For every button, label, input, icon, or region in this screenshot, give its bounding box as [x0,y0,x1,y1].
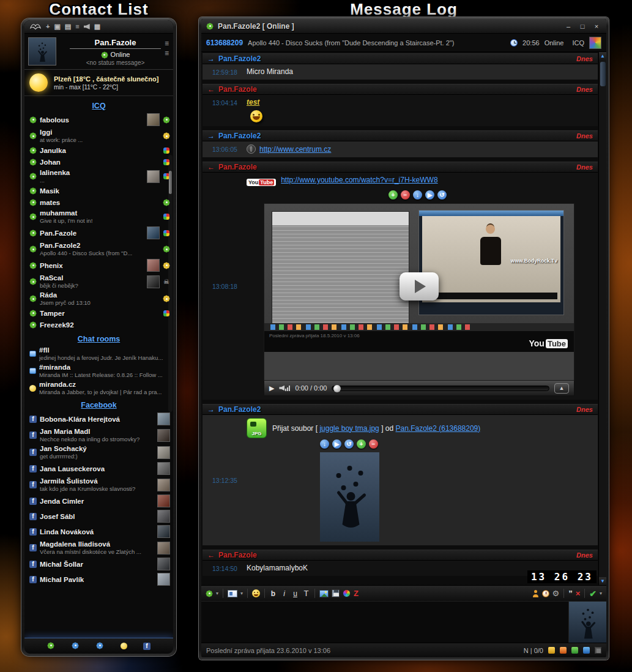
contact-row[interactable]: f Josef Sábl [24,509,173,524]
download-icon[interactable]: ↓ [320,439,329,449]
contact-row[interactable]: Ráda Jsem pryč od 13:10 [24,290,173,307]
bold-button[interactable]: b [269,589,277,598]
own-avatar[interactable] [568,602,606,643]
contact-details-icon[interactable] [228,590,237,597]
seek-knob[interactable] [333,385,341,392]
contact-row[interactable]: f Jenda Cimler [24,493,173,509]
youtube-button[interactable]: YouTube [247,179,276,186]
contact-row[interactable]: f Jana Lauseckerova [24,461,173,476]
reload-icon[interactable]: ↺ [344,439,354,449]
user-details-icon[interactable] [532,590,539,597]
contact-row[interactable]: Pan.Fazole2 Apollo 440 - Disco Sucks (fr… [24,241,173,258]
italic-button[interactable]: i [280,589,288,598]
contact-row[interactable]: Freezek92 [24,319,173,330]
jabber2-status-icon[interactable] [96,642,105,651]
jabber-status-icon[interactable] [72,642,80,651]
log-scrollbar[interactable]: ▲ ▼ [598,52,606,585]
contact-uin[interactable]: 613688209 [206,39,243,47]
alarm-icon[interactable] [560,647,567,654]
contact-avatar-small[interactable] [589,37,601,49]
owner-status[interactable]: Online [111,51,130,58]
chat-room-row[interactable]: miranda.cz Miranda a Jabber, to je dvojk… [24,379,173,397]
contact-row[interactable]: mates [24,196,173,208]
add-contact-icon[interactable]: + [46,23,50,30]
contact-row[interactable]: Iggi at work: práce ... [24,127,173,144]
play-button[interactable]: ▶ [269,384,274,392]
dropdown-icon[interactable]: ▾ [240,591,243,596]
owner-avatar[interactable] [28,37,56,65]
contact-list-scrollbar[interactable] [168,155,173,412]
frame-menu-icon[interactable]: ≡ [165,50,169,57]
grid-icon[interactable] [595,647,601,654]
message-link[interactable]: test [247,98,259,106]
open-icon[interactable]: ▶ [332,439,341,449]
received-image-preview[interactable] [320,452,379,542]
contact-row[interactable]: f Bobona-Klára Herejtová [24,411,173,427]
weather-status-icon[interactable] [121,643,127,649]
embedded-video[interactable]: www.BodyRock.Tv Poslední zpráva přijata … [264,203,574,381]
contact-row[interactable]: muhammat Give it up, I'm not in! [24,208,173,225]
save-log-icon[interactable] [332,589,340,597]
contact-row[interactable]: f Michal Šollar [24,556,173,572]
layout-icon[interactable]: ▦ [94,23,100,30]
scroll-up-button[interactable]: ▲ [599,52,606,60]
close-tab-icon[interactable]: × [576,589,581,598]
underline-button[interactable]: u [291,589,299,598]
chat-room-row[interactable]: #fll jedinej hondej a ferovej Judr. Je J… [24,345,173,362]
contact-row[interactable]: Pan.Fazole [24,225,173,241]
weather-frame[interactable]: Plzeň [18°C , částečně slunečno] min - m… [24,70,173,96]
list-view-icon[interactable]: ▤ [65,23,71,30]
contact-row[interactable]: lalinenka ... [24,168,173,185]
contact-row[interactable]: RaScal bějk či nebějk? [24,273,173,290]
owner-status-message[interactable]: <no status message> [61,59,169,66]
dropdown-icon[interactable]: ▾ [216,591,218,596]
collapse-icon[interactable]: − [369,439,378,449]
chat-room-row[interactable]: #miranda Miranda IM :: Latest Release: 0… [24,362,173,379]
play-preview-icon[interactable]: ▶ [425,190,434,200]
message-input[interactable] [201,602,568,643]
group-header-facebook[interactable]: Facebook [24,401,173,409]
group-header-icq[interactable]: ICQ [24,102,173,110]
owner-name[interactable]: Pan.Fazole [70,38,161,49]
expand-icon[interactable]: + [357,439,366,449]
eco-icon[interactable] [571,647,578,654]
facebook-status-icon[interactable]: f [143,643,151,650]
menu-icon[interactable]: ≡ [75,23,79,30]
volume-icon[interactable] [279,386,290,391]
expand-icon[interactable]: + [388,190,398,200]
window-mode-icon[interactable]: ▣ [54,23,60,30]
big-play-button[interactable] [400,272,439,301]
contact-list-titlebar[interactable]: + ▣ ▤ ≡ ▦ [24,20,173,34]
contact-row[interactable]: f Jan Sochacký get durrrrrred:) [24,444,173,461]
file-sender-link[interactable]: Pan.Fazole2 (613688209) [396,424,481,433]
download-icon[interactable]: ↓ [413,190,422,200]
contact-row[interactable]: f Michal Pavlík [24,572,173,587]
contact-row[interactable]: f Magdalena Iliadisová Včera na místní d… [24,539,173,556]
close-button[interactable]: × [592,23,601,30]
collapse-icon[interactable]: − [401,190,410,200]
color-picker-icon[interactable] [343,589,351,597]
send-button[interactable]: ✔ [589,589,597,599]
gear-icon[interactable]: ⚙ [552,589,560,598]
contact-row[interactable]: f Jan Maria Madl Nechce nekdo na inling … [24,427,173,444]
contact-row[interactable]: Tamper [24,307,173,319]
zodiac-button[interactable]: Z [354,589,359,598]
emoticons-icon[interactable] [252,589,260,597]
sound-icon[interactable] [84,24,90,29]
history-icon[interactable] [542,590,549,597]
quote-icon[interactable]: ” [568,589,573,598]
frame-menu-icon[interactable]: ≡ [165,40,169,47]
maximize-button[interactable]: □ [578,23,587,30]
contact-row[interactable]: fabolous [24,112,173,127]
scroll-down-button[interactable]: ▼ [599,577,606,585]
contact-row[interactable]: Janulka [24,144,173,156]
dropdown-icon[interactable]: ▾ [600,591,602,596]
file-name-link[interactable]: juggle boy tma.jpg [319,424,379,433]
contact-row[interactable]: Phenix [24,258,173,273]
mail-icon[interactable] [548,647,555,654]
message-link[interactable]: http://www.centrum.cz [259,145,331,154]
miranda-menu-icon[interactable] [206,590,213,597]
log-scrollbar-thumb[interactable] [600,62,606,86]
font-button[interactable]: T [302,589,310,598]
contact-row[interactable]: Johan [24,156,173,168]
